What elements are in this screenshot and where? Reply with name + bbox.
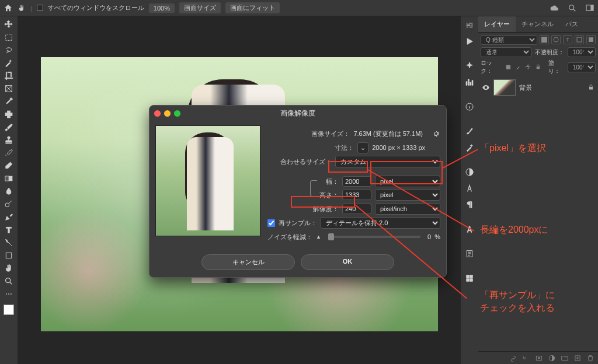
search-icon[interactable] [568,4,577,13]
histogram-icon[interactable] [463,76,477,89]
filter-type-icon[interactable]: T [563,35,572,44]
svg-point-26 [554,37,558,42]
svg-text:fx: fx [523,356,526,360]
width-input[interactable] [342,176,371,187]
move-tool[interactable] [2,19,16,30]
svg-rect-15 [6,253,11,258]
layer-row[interactable]: 背景 [478,77,598,98]
layer-filter-kind[interactable]: Q 種類 [481,35,537,45]
brush-tool[interactable] [2,121,16,133]
scroll-all-checkbox[interactable] [37,5,43,11]
info-icon[interactable] [463,100,477,113]
lock-all-icon[interactable] [535,64,541,71]
filter-adjust-icon[interactable] [551,35,561,44]
fill-label: 塗り： [548,59,564,75]
frame-tool[interactable] [2,83,16,94]
dimensions-toggle[interactable]: ⌄ [357,142,368,153]
options-bar: | すべてのウィンドウをスクロール 100% 画面サイズ 画面にフィット [0,0,598,16]
home-icon[interactable] [4,4,13,13]
svg-line-14 [9,201,12,204]
eraser-tool[interactable] [2,160,16,172]
marquee-tool[interactable] [2,32,16,43]
tab-channels[interactable]: チャンネル [516,16,559,32]
gradient-tool[interactable] [2,173,16,184]
filter-shape-icon[interactable] [575,35,584,44]
svg-point-13 [5,203,9,207]
new-layer-icon[interactable] [573,354,582,362]
resample-label: 再サンプル： [279,219,317,228]
svg-line-17 [10,282,12,284]
tools-panel: ⋯ [0,16,18,364]
fill-select[interactable]: 100% [568,62,596,72]
swatches-icon[interactable] [463,272,477,285]
gear-icon[interactable] [432,130,440,138]
fit-screen-button[interactable]: 画面サイズ [179,2,221,13]
svg-rect-10 [7,116,10,118]
tab-paths[interactable]: パス [559,16,584,32]
notes-icon[interactable] [463,247,477,260]
type-tool[interactable] [2,224,16,236]
blend-mode-select[interactable]: 通常 [481,47,531,57]
mask-icon[interactable] [535,354,543,362]
stamp-tool[interactable] [2,134,16,146]
image-size-dialog: 画像解像度 画像サイズ： 7.63M (変更前は 57.1M) 寸法： ⌄ 20… [149,105,447,278]
trash-icon[interactable] [586,354,594,362]
resample-checkbox[interactable] [267,219,275,227]
history-brush-tool[interactable] [2,147,16,159]
zoom-tool[interactable] [2,275,16,287]
ok-button[interactable]: OK [301,254,394,270]
wand-tool[interactable] [2,57,16,69]
hand-tool-icon[interactable] [18,4,26,12]
noise-slider[interactable] [328,236,420,238]
eyedropper-tool[interactable] [2,96,16,107]
crop-tool[interactable] [2,70,16,82]
blur-tool[interactable] [2,186,16,197]
path-tool[interactable] [2,237,16,249]
hand-tool[interactable] [2,262,16,274]
svg-rect-21 [467,275,470,278]
lock-move-icon[interactable] [525,64,531,71]
cloud-icon[interactable] [550,4,559,13]
brush-settings-icon[interactable] [463,141,477,154]
paragraph-icon[interactable] [463,198,477,211]
edit-toolbar[interactable]: ⋯ [2,288,16,300]
healing-tool[interactable] [2,108,16,120]
filter-smart-icon[interactable] [586,35,596,44]
panel-tabs: レイヤー チャンネル パス [478,16,598,33]
visibility-icon[interactable] [482,83,490,92]
layer-thumbnail [493,79,516,96]
adjustments-icon[interactable] [463,19,477,32]
annot-text-1: 「pixel」を選択 [480,142,546,155]
group-icon[interactable] [561,354,569,362]
tab-layers[interactable]: レイヤー [478,16,516,32]
filter-pixel-icon[interactable] [540,35,549,44]
zoom-level[interactable]: 100% [149,4,175,13]
shape-tool[interactable] [2,250,16,261]
lasso-tool[interactable] [2,44,16,56]
adjustment-layer-icon[interactable] [548,354,556,362]
lock-pixels-icon[interactable] [505,64,512,71]
svg-point-34 [538,357,540,359]
fit-window-button[interactable]: 画面にフィット [225,2,280,13]
color-swatches[interactable] [4,304,14,315]
svg-rect-12 [5,176,9,181]
svg-rect-23 [467,279,470,282]
dimensions-label: 寸法： [335,144,354,152]
height-unit-select[interactable]: pixel [375,189,440,201]
link-layers-icon[interactable] [509,354,517,362]
dodge-tool[interactable] [2,198,16,210]
play-icon[interactable] [463,35,477,48]
sparkle-icon[interactable] [463,60,477,72]
annot-box-unit [370,161,443,184]
adjustments2-icon[interactable] [463,166,477,178]
brush-panel-icon[interactable] [463,125,477,138]
opacity-select[interactable]: 100% [568,47,596,57]
dimensions-value: 2000 px × 1333 px [372,144,425,151]
workspace-icon[interactable] [585,4,594,13]
lock-paint-icon[interactable] [515,64,521,71]
cancel-button[interactable]: キャンセル [201,254,295,270]
character-icon[interactable] [463,182,477,195]
fx-icon[interactable]: fx [522,354,530,362]
link-wh-icon[interactable] [310,180,317,197]
pen-tool[interactable] [2,211,16,223]
